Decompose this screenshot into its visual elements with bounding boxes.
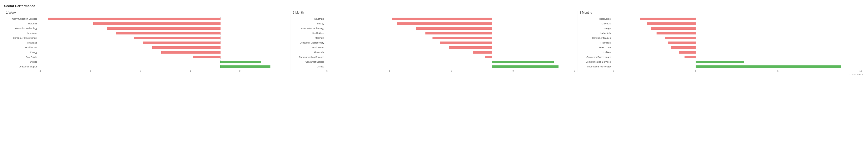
bar-row: Industrials	[6, 31, 288, 35]
bar-track	[326, 17, 576, 21]
bar-label: Consumer Discretionary	[580, 56, 612, 58]
bar-row: Energy	[293, 22, 576, 26]
bar-track	[612, 51, 862, 54]
chart-3months: 3 MonthsReal EstateMaterialsEnergyIndust…	[578, 11, 864, 72]
bar-track	[326, 61, 576, 64]
bar-label: Energy	[580, 27, 612, 30]
bar-row: Information Technology	[6, 27, 288, 31]
bar-fill	[93, 23, 220, 25]
bar-label: Information Technology	[580, 66, 612, 68]
bar-fill	[392, 17, 492, 20]
bar-track	[39, 22, 288, 25]
bar-label: Materials	[293, 37, 326, 39]
to-sectors-label: TO SECTORS	[4, 73, 864, 76]
chart-title-1week: 1 Week	[6, 11, 288, 14]
bar-row: Real Estate	[6, 55, 288, 59]
chart-area-1month: IndustrialsEnergyInformation TechnologyH…	[293, 17, 576, 69]
bar-row: Information Technology	[293, 27, 576, 31]
bar-label: Financials	[6, 41, 39, 44]
x-axis-labels: -4-3-2-10	[39, 70, 288, 72]
x-axis-label: -6	[326, 70, 328, 72]
bar-track	[326, 37, 576, 39]
bar-track	[612, 41, 862, 44]
bar-fill	[107, 27, 220, 30]
bar-label: Health Care	[6, 46, 39, 49]
bar-fill	[695, 61, 744, 63]
x-axis-label: 2	[574, 70, 575, 72]
bar-fill	[473, 51, 492, 53]
chart-area-3months: Real EstateMaterialsEnergyIndustrialsCon…	[580, 17, 862, 69]
bar-track	[326, 65, 576, 68]
bar-fill	[651, 27, 695, 30]
bar-label: Energy	[293, 23, 326, 25]
bar-track	[326, 51, 576, 54]
x-axis-label: -1	[189, 70, 191, 72]
x-axis-label: 10	[860, 70, 862, 72]
bar-track	[39, 41, 288, 44]
bar-row: Real Estate	[293, 45, 576, 49]
bar-fill	[640, 17, 695, 20]
bar-fill	[116, 32, 220, 35]
bar-fill	[684, 56, 695, 58]
bar-fill	[397, 23, 492, 25]
bar-track	[39, 61, 288, 64]
bar-fill	[426, 32, 492, 35]
bar-label: Real Estate	[580, 17, 612, 20]
bar-label: Utilities	[293, 66, 326, 68]
x-axis-label: -3	[89, 70, 91, 72]
bar-row: Consumer Discretionary	[293, 41, 576, 45]
bar-label: Industrials	[293, 17, 326, 20]
chart-1week: 1 WeekCommunication ServicesMaterialsInf…	[4, 11, 291, 72]
bar-row: Energy	[6, 50, 288, 54]
bar-row: Real Estate	[580, 17, 862, 21]
bar-row: Utilities	[293, 65, 576, 69]
bar-label: Industrials	[6, 32, 39, 35]
x-axis-label: 0	[513, 70, 514, 72]
bar-fill	[492, 66, 558, 68]
bar-label: Energy	[6, 51, 39, 53]
x-axis-labels: -50510	[612, 70, 862, 72]
bar-label: Health Care	[580, 46, 612, 49]
bar-row: Information Technology	[580, 65, 862, 69]
bar-fill	[440, 41, 492, 44]
bar-track	[39, 17, 288, 21]
bar-track	[326, 22, 576, 25]
bar-fill	[695, 66, 841, 68]
bar-row: Financials	[6, 41, 288, 45]
bar-fill	[433, 37, 492, 39]
bar-fill	[679, 51, 695, 53]
bar-track	[326, 55, 576, 58]
bar-row: Communication Services	[293, 55, 576, 59]
bar-row: Health Care	[293, 31, 576, 35]
bar-label: Utilities	[580, 51, 612, 53]
bar-track	[326, 32, 576, 35]
bar-label: Utilities	[6, 61, 39, 63]
bar-row: Financials	[580, 41, 862, 45]
bar-track	[326, 46, 576, 49]
x-axis-label: -4	[39, 70, 41, 72]
bar-fill	[492, 61, 554, 63]
bar-label: Information Technology	[293, 27, 326, 30]
bar-row: Health Care	[580, 45, 862, 49]
bar-row: Financials	[293, 50, 576, 54]
bar-fill	[152, 46, 220, 49]
bar-row: Industrials	[580, 31, 862, 35]
bar-label: Real Estate	[293, 46, 326, 49]
bar-fill	[485, 56, 492, 58]
bar-row: Consumer Discretionary	[6, 36, 288, 40]
bar-row: Energy	[580, 27, 862, 31]
x-axis-1week: -4-3-2-10	[6, 70, 288, 72]
bar-label: Industrials	[580, 32, 612, 35]
bar-row: Health Care	[6, 45, 288, 49]
bar-label: Financials	[293, 51, 326, 53]
bar-row: Communication Services	[6, 17, 288, 21]
bar-track	[612, 32, 862, 35]
bar-track	[39, 46, 288, 49]
bar-track	[612, 37, 862, 39]
bar-label: Materials	[6, 23, 39, 25]
bar-fill	[220, 66, 270, 68]
x-axis-label: -5	[612, 70, 614, 72]
bar-row: Communication Services	[580, 60, 862, 64]
bar-track	[39, 32, 288, 35]
bar-label: Health Care	[293, 32, 326, 35]
